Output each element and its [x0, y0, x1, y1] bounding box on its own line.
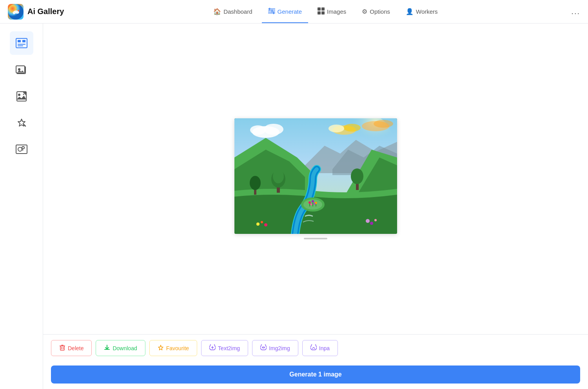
svg-rect-13: [18, 40, 21, 42]
svg-point-24: [22, 147, 24, 149]
download-label: Download: [113, 345, 137, 351]
svg-point-1: [18, 10, 19, 11]
options-nav-icon: ⚙: [362, 8, 367, 15]
svg-rect-10: [318, 11, 321, 14]
canvas-area: [43, 24, 588, 334]
nav-options[interactable]: ⚙ Options: [356, 5, 396, 18]
svg-rect-16: [18, 45, 23, 46]
bottom-toolbar: Delete Download Favour: [43, 334, 588, 362]
sidebar-item-search[interactable]: [10, 138, 33, 161]
star-icon: [158, 344, 164, 352]
svg-point-30: [312, 200, 314, 203]
svg-point-32: [310, 204, 312, 206]
svg-point-40: [366, 219, 370, 223]
sidebar: [0, 24, 43, 389]
main-layout: Delete Download Favour: [0, 24, 588, 389]
svg-rect-58: [60, 346, 64, 350]
text2img-label: Text2img: [218, 345, 240, 351]
svg-point-33: [313, 203, 315, 205]
favourite-button[interactable]: Favourite: [149, 340, 197, 356]
delete-label: Delete: [68, 345, 83, 351]
sidebar-item-generate[interactable]: [10, 31, 33, 55]
img2img-label: Img2img: [269, 345, 290, 351]
inpa-label: Inpa: [319, 345, 330, 351]
svg-point-29: [309, 201, 311, 204]
inpa-icon: [310, 344, 317, 352]
logo-icon: [8, 4, 24, 20]
nav-images[interactable]: Images: [311, 4, 352, 19]
nav-workers-label: Workers: [416, 8, 438, 15]
svg-point-21: [18, 94, 20, 96]
svg-point-55: [328, 125, 344, 132]
svg-point-42: [374, 219, 377, 221]
generated-image-wrapper: [234, 118, 397, 239]
nav-images-label: Images: [327, 8, 346, 15]
svg-point-37: [256, 223, 260, 226]
sidebar-item-batch[interactable]: [10, 58, 33, 81]
generate-bar: Generate 1 image: [43, 362, 588, 389]
img2img-icon: [260, 344, 267, 352]
header: Ai Gallery 🏠 Dashboard Generate: [0, 0, 588, 24]
svg-rect-12: [16, 38, 27, 48]
nav-generate-label: Generate: [278, 8, 302, 15]
svg-point-47: [250, 176, 261, 190]
logo-area: Ai Gallery: [8, 4, 64, 20]
img2img-button[interactable]: Img2img: [252, 340, 298, 356]
generate-nav-icon: [268, 8, 275, 16]
svg-point-41: [370, 222, 373, 225]
trash-icon: [59, 344, 65, 352]
svg-point-49: [351, 168, 363, 184]
download-button[interactable]: Download: [96, 340, 145, 356]
nav-options-label: Options: [370, 8, 390, 15]
home-icon: 🏠: [213, 8, 221, 15]
svg-rect-11: [321, 11, 325, 14]
more-button[interactable]: ...: [571, 7, 580, 16]
download-icon: [104, 344, 110, 352]
svg-point-38: [261, 221, 263, 223]
svg-point-51: [264, 124, 283, 135]
scroll-indicator: [304, 238, 327, 239]
svg-point-54: [343, 124, 361, 132]
main-nav: 🏠 Dashboard Generate: [80, 4, 571, 19]
svg-rect-8: [318, 7, 321, 11]
nav-generate[interactable]: Generate: [262, 5, 309, 19]
inpa-button[interactable]: Inpa: [302, 340, 338, 356]
text2img-icon: [209, 344, 216, 352]
svg-rect-9: [321, 7, 325, 11]
svg-rect-14: [22, 40, 25, 42]
generate-button[interactable]: Generate 1 image: [51, 365, 580, 384]
app-title: Ai Gallery: [27, 7, 64, 16]
svg-point-57: [374, 120, 393, 128]
main-content: Delete Download Favour: [43, 24, 588, 389]
nav-workers[interactable]: 👤 Workers: [399, 5, 444, 18]
svg-point-52: [250, 125, 266, 135]
sidebar-item-favourite[interactable]: [10, 111, 33, 135]
svg-point-23: [18, 147, 22, 151]
svg-point-45: [273, 169, 284, 183]
favourite-label: Favourite: [166, 345, 189, 351]
nav-dashboard[interactable]: 🏠 Dashboard: [207, 5, 258, 18]
delete-button[interactable]: Delete: [51, 340, 92, 356]
sidebar-item-edit[interactable]: [10, 85, 33, 108]
generated-image: [234, 118, 397, 234]
nav-dashboard-label: Dashboard: [223, 8, 252, 15]
workers-nav-icon: 👤: [406, 8, 414, 15]
text2img-button[interactable]: Text2img: [201, 340, 248, 356]
images-nav-icon: [318, 7, 325, 16]
svg-point-39: [264, 223, 267, 226]
svg-rect-15: [18, 44, 25, 45]
